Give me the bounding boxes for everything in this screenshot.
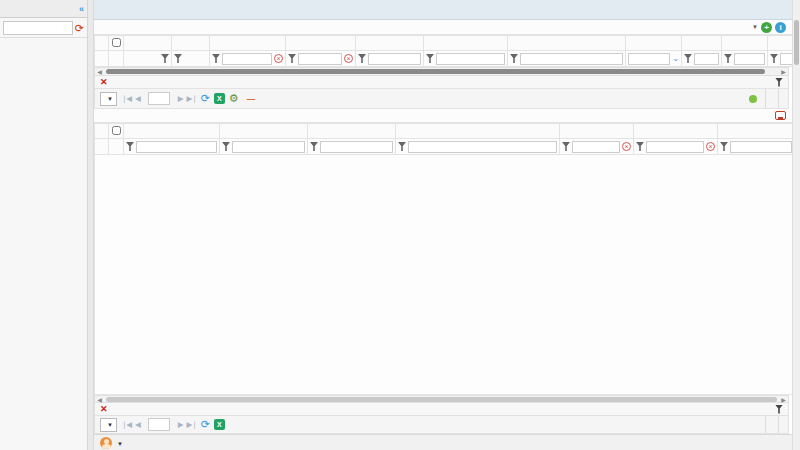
next-page-button[interactable]: ▶ [178, 420, 183, 429]
info-icon[interactable]: i [775, 22, 786, 33]
page-size-select[interactable]: ▼ [100, 92, 117, 106]
filter-funnel-icon[interactable] [212, 54, 220, 63]
clear-search-icon[interactable]: ⟳ [75, 23, 84, 33]
sidebar-collapse-icon[interactable]: « [79, 4, 83, 14]
col-direct-pick[interactable] [124, 36, 172, 51]
col-quantity[interactable] [682, 36, 722, 51]
filter-barcode-input[interactable] [436, 53, 505, 65]
first-page-button[interactable]: ❘◀ [121, 420, 131, 429]
sidebar-header: « [0, 0, 87, 18]
filter-funnel-icon[interactable] [288, 54, 296, 63]
col-product[interactable] [396, 124, 560, 139]
filter-quantity-input[interactable] [694, 53, 719, 65]
clear-filter-icon[interactable]: × [274, 54, 283, 63]
last-page-button[interactable]: ▶❘ [187, 94, 197, 103]
filter-funnel-icon[interactable] [426, 54, 434, 63]
filter-funnel-icon[interactable] [636, 142, 644, 151]
chevron-down-icon[interactable]: ⌄ [672, 54, 679, 63]
clear-filter-icon[interactable]: × [706, 142, 715, 151]
scrollbar-thumb[interactable] [106, 69, 765, 74]
filter-location-input[interactable] [730, 141, 792, 153]
filter-batch-no-input[interactable] [572, 141, 620, 153]
filter-barcode-input[interactable] [320, 141, 393, 153]
scroll-left-icon[interactable]: ◀ [95, 68, 104, 75]
col-reference-no[interactable] [286, 36, 356, 51]
col-location[interactable] [718, 124, 800, 139]
filter-reference-no-input[interactable] [136, 141, 217, 153]
user-avatar[interactable] [100, 437, 112, 449]
clear-filter-icon[interactable]: × [344, 54, 353, 63]
col-shipping-order-no[interactable] [210, 36, 286, 51]
filter-funnel-icon[interactable] [720, 142, 728, 151]
first-page-button[interactable]: ❘◀ [121, 94, 131, 103]
page-size-select[interactable]: ▼ [100, 418, 117, 432]
scrollbar-thumb[interactable] [106, 397, 777, 402]
scroll-left-icon[interactable]: ◀ [95, 396, 104, 403]
scroll-right-icon[interactable]: ▶ [779, 396, 788, 403]
picking-grid-toolbar: ▼ ❘◀ ◀ ▶ ▶❘ ⟳ X [94, 416, 789, 434]
scroll-right-icon[interactable]: ▶ [779, 68, 788, 75]
chevron-down-icon[interactable]: ▼ [752, 24, 758, 30]
filter-funnel-icon[interactable] [775, 78, 783, 87]
clear-filters-icon[interactable]: ✕ [100, 404, 108, 414]
save-view-icon[interactable]: + [761, 22, 772, 33]
filter-funnel-icon[interactable] [724, 54, 732, 63]
select-all-checkbox[interactable] [112, 38, 121, 47]
prev-page-button[interactable]: ◀ [135, 94, 140, 103]
col-product[interactable] [508, 36, 626, 51]
corner-cell [95, 36, 109, 51]
filter-product-code-input[interactable] [232, 141, 305, 153]
col-batch-no[interactable] [560, 124, 634, 139]
excel-export-icon[interactable]: X [214, 93, 225, 104]
page-number-input[interactable] [148, 418, 170, 431]
filter-funnel-icon[interactable] [775, 405, 783, 414]
filter-funnel-icon[interactable] [222, 142, 230, 151]
filter-funnel-icon[interactable] [310, 142, 318, 151]
col-exp-date[interactable] [634, 124, 718, 139]
select-all-checkbox[interactable] [112, 126, 121, 135]
search-input[interactable] [3, 21, 73, 35]
filter-funnel-icon[interactable] [684, 54, 692, 63]
filter-funnel-icon[interactable] [174, 54, 182, 63]
filter-orderer-code-input[interactable] [734, 53, 765, 65]
filter-funnel-icon[interactable] [510, 54, 518, 63]
col-barcode[interactable] [308, 124, 396, 139]
refresh-icon[interactable]: ⟳ [201, 418, 210, 431]
col-barcode[interactable] [424, 36, 508, 51]
next-page-button[interactable]: ▶ [178, 94, 183, 103]
col-product-code[interactable] [356, 36, 424, 51]
col-product-status[interactable] [626, 36, 682, 51]
filter-product-input[interactable] [408, 141, 557, 153]
scrollbar-thumb[interactable] [794, 20, 799, 65]
filter-funnel-icon[interactable] [770, 54, 778, 63]
col-orderer-code[interactable] [722, 36, 768, 51]
filter-funnel-icon[interactable] [126, 142, 134, 151]
location-unassign-icon[interactable]: — [247, 94, 255, 104]
filter-funnel-icon[interactable] [358, 54, 366, 63]
page-number-input[interactable] [148, 92, 170, 105]
screen-icon[interactable] [775, 111, 786, 120]
refresh-icon[interactable]: ⟳ [201, 92, 210, 105]
filter-funnel-icon[interactable] [562, 142, 570, 151]
filter-shipping-order-no-input[interactable] [222, 53, 272, 65]
user-menu-dropdown[interactable]: ▼ [117, 438, 123, 448]
filter-product-code-input[interactable] [368, 53, 421, 65]
filter-funnel-icon[interactable] [398, 142, 406, 151]
filter-product-status-select[interactable] [628, 53, 670, 65]
filter-funnel-icon[interactable] [161, 54, 169, 63]
filter-product-input[interactable] [520, 53, 623, 65]
last-page-button[interactable]: ▶❘ [187, 420, 197, 429]
filter-exp-date-input[interactable] [646, 141, 704, 153]
selected-count [765, 89, 779, 108]
filter-reference-no-input[interactable] [298, 53, 342, 65]
gear-icon[interactable]: ⚙ [229, 92, 239, 105]
col-wh[interactable] [172, 36, 210, 51]
clear-filter-icon[interactable]: × [622, 142, 631, 151]
sidebar: « ⟳ [0, 0, 88, 450]
prev-page-button[interactable]: ◀ [135, 420, 140, 429]
clear-filters-icon[interactable]: ✕ [100, 77, 108, 87]
col-product-code[interactable] [220, 124, 308, 139]
sidebar-search: ⟳ [0, 18, 87, 38]
col-reference-no[interactable] [124, 124, 220, 139]
excel-export-icon[interactable]: X [214, 419, 225, 430]
